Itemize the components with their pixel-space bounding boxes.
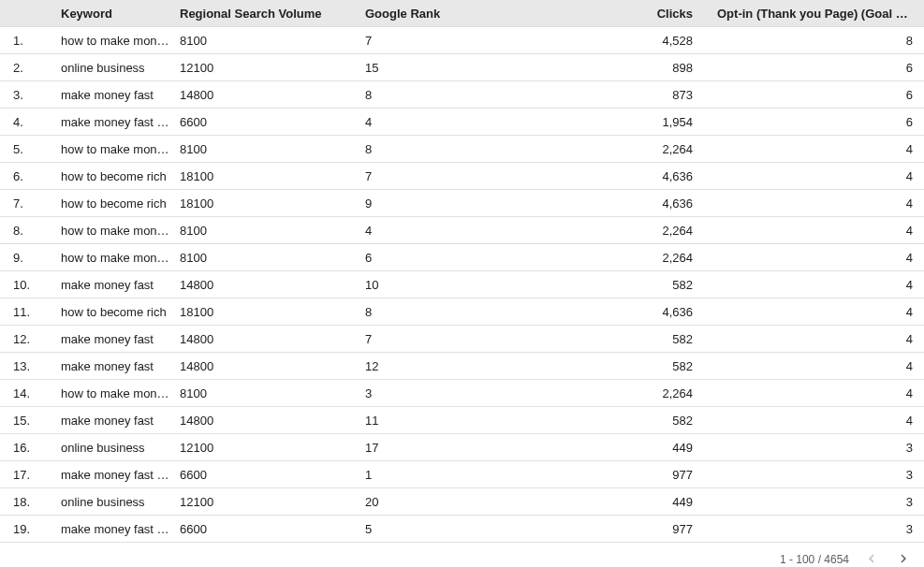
table-row[interactable]: 11.how to become rich1810084,6364	[0, 298, 924, 326]
cell-volume: 18100	[180, 305, 365, 319]
cell-rank: 12	[365, 359, 571, 373]
cell-keyword: online business	[61, 61, 180, 75]
cell-keyword: make money fast	[61, 414, 180, 428]
cell-index: 12.	[0, 332, 61, 346]
cell-volume: 12100	[180, 441, 365, 455]
table-row[interactable]: 4.make money fast t…660041,9546	[0, 109, 924, 136]
cell-volume: 12100	[180, 61, 365, 75]
cell-index: 4.	[0, 115, 61, 129]
cell-index: 16.	[0, 441, 61, 455]
cell-index: 8.	[0, 224, 61, 238]
header-clicks[interactable]: Clicks	[571, 7, 711, 21]
cell-volume: 8100	[180, 386, 365, 400]
cell-clicks: 582	[571, 332, 711, 346]
cell-index: 15.	[0, 414, 61, 428]
table-row[interactable]: 13.make money fast14800125824	[0, 353, 924, 380]
cell-volume: 14800	[180, 332, 365, 346]
cell-clicks: 2,264	[571, 142, 711, 156]
cell-optin: 4	[711, 224, 924, 238]
cell-optin: 3	[711, 495, 924, 509]
table-row[interactable]: 16.online business12100174493	[0, 434, 924, 461]
cell-keyword: make money fast	[61, 88, 180, 102]
cell-volume: 14800	[180, 359, 365, 373]
cell-rank: 7	[365, 169, 571, 183]
table-row[interactable]: 18.online business12100204493	[0, 488, 924, 516]
prev-page-button[interactable]	[862, 550, 881, 567]
cell-index: 9.	[0, 251, 61, 265]
chevron-left-icon	[863, 550, 880, 568]
cell-optin: 4	[711, 332, 924, 346]
cell-volume: 6600	[180, 115, 365, 129]
cell-optin: 6	[711, 88, 924, 102]
cell-volume: 14800	[180, 88, 365, 102]
cell-rank: 8	[365, 88, 571, 102]
cell-clicks: 2,264	[571, 224, 711, 238]
table-row[interactable]: 14.how to make mone…810032,2644	[0, 380, 924, 407]
pagination-range: 1 - 100 / 4654	[780, 553, 849, 566]
table-row[interactable]: 6.how to become rich1810074,6364	[0, 163, 924, 190]
table-row[interactable]: 7.how to become rich1810094,6364	[0, 190, 924, 217]
cell-optin: 6	[711, 61, 924, 75]
cell-rank: 7	[365, 332, 571, 346]
cell-rank: 20	[365, 495, 571, 509]
cell-clicks: 1,954	[571, 115, 711, 129]
cell-clicks: 977	[571, 522, 711, 536]
table-row[interactable]: 10.make money fast14800105824	[0, 271, 924, 298]
cell-clicks: 582	[571, 359, 711, 373]
cell-optin: 3	[711, 468, 924, 482]
chevron-right-icon	[895, 550, 912, 568]
cell-clicks: 449	[571, 495, 711, 509]
cell-optin: 3	[711, 522, 924, 536]
cell-optin: 4	[711, 278, 924, 292]
cell-optin: 4	[711, 196, 924, 211]
cell-keyword: how to make mone…	[61, 251, 180, 265]
cell-keyword: how to become rich	[61, 196, 180, 211]
cell-index: 2.	[0, 61, 61, 75]
table-row[interactable]: 12.make money fast1480075824	[0, 326, 924, 353]
cell-optin: 4	[711, 414, 924, 428]
header-keyword[interactable]: Keyword	[61, 7, 180, 21]
cell-keyword: how to make mone…	[61, 386, 180, 400]
table-row[interactable]: 8.how to make mone…810042,2644	[0, 217, 924, 244]
cell-optin: 4	[711, 142, 924, 156]
table-row[interactable]: 1.how to make mone…810074,5288	[0, 27, 924, 54]
header-volume[interactable]: Regional Search Volume	[180, 7, 365, 21]
cell-index: 17.	[0, 468, 61, 482]
cell-clicks: 873	[571, 88, 711, 102]
cell-rank: 10	[365, 278, 571, 292]
cell-optin: 4	[711, 305, 924, 319]
cell-clicks: 4,636	[571, 305, 711, 319]
table-row[interactable]: 9.how to make mone…810062,2644	[0, 244, 924, 271]
cell-clicks: 582	[571, 278, 711, 292]
cell-volume: 8100	[180, 34, 365, 48]
cell-optin: 4	[711, 386, 924, 400]
cell-clicks: 4,636	[571, 196, 711, 211]
cell-keyword: how to become rich	[61, 169, 180, 183]
data-table: Keyword Regional Search Volume Google Ra…	[0, 0, 924, 567]
table-row[interactable]: 19.make money fast t…660059773	[0, 516, 924, 543]
cell-clicks: 4,636	[571, 169, 711, 183]
cell-volume: 6600	[180, 522, 365, 536]
header-rank[interactable]: Google Rank	[365, 7, 571, 21]
table-body: 1.how to make mone…810074,52882.online b…	[0, 27, 924, 543]
table-row[interactable]: 15.make money fast14800115824	[0, 407, 924, 434]
cell-volume: 18100	[180, 169, 365, 183]
cell-index: 6.	[0, 169, 61, 183]
cell-index: 3.	[0, 88, 61, 102]
cell-volume: 12100	[180, 495, 365, 509]
table-row[interactable]: 2.online business12100158986	[0, 54, 924, 81]
next-page-button[interactable]	[894, 550, 913, 567]
cell-clicks: 449	[571, 441, 711, 455]
cell-keyword: make money fast	[61, 359, 180, 373]
cell-index: 7.	[0, 196, 61, 211]
cell-index: 11.	[0, 305, 61, 319]
cell-keyword: make money fast	[61, 278, 180, 292]
header-optin[interactable]: Opt-in (Thank you Page) (Goal 1 …	[711, 7, 924, 21]
table-row[interactable]: 5.how to make mone…810082,2644	[0, 136, 924, 163]
cell-keyword: how to make mone…	[61, 224, 180, 238]
table-row[interactable]: 17.make money fast t…660019773	[0, 461, 924, 488]
table-header-row: Keyword Regional Search Volume Google Ra…	[0, 0, 924, 27]
table-row[interactable]: 3.make money fast1480088736	[0, 81, 924, 109]
cell-clicks: 898	[571, 61, 711, 75]
cell-volume: 8100	[180, 251, 365, 265]
